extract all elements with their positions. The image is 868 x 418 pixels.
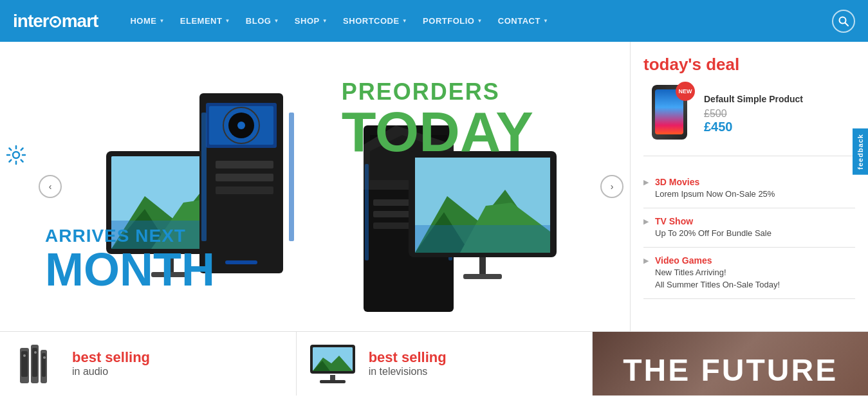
deal-list-item-3: ▶ Video Games New Titles Arriving!All Su… bbox=[643, 248, 855, 298]
audio-card-label: best selling bbox=[72, 350, 150, 365]
new-badge: new bbox=[676, 82, 695, 101]
svg-rect-22 bbox=[216, 186, 273, 194]
tv-icon bbox=[307, 341, 358, 386]
deal-product-image: new bbox=[643, 85, 695, 143]
svg-point-17 bbox=[237, 122, 245, 129]
svg-rect-21 bbox=[216, 174, 273, 181]
tv-product-image bbox=[307, 341, 358, 386]
nav-item-blog[interactable]: BLOG ▼ bbox=[239, 11, 286, 31]
chevron-down-icon: ▼ bbox=[543, 18, 548, 24]
svg-rect-20 bbox=[216, 161, 273, 168]
svg-rect-56 bbox=[330, 375, 335, 380]
bottom-section: best selling in audio best selling bbox=[0, 331, 868, 395]
slider-prev-button[interactable]: ‹ bbox=[39, 175, 62, 198]
search-button[interactable] bbox=[832, 10, 855, 33]
chevron-right-icon: ▶ bbox=[643, 178, 649, 200]
deal-list-item-1: ▶ 3D Movies Lorem Ipsum Now On-Sale 25% bbox=[643, 169, 855, 208]
bottom-card-audio-text: best selling in audio bbox=[72, 350, 150, 377]
deal-info: Default Simple Product £500 £450 bbox=[704, 94, 803, 134]
chevron-down-icon: ▼ bbox=[225, 18, 230, 24]
tv-card-label: best selling bbox=[369, 350, 447, 365]
chevron-down-icon: ▼ bbox=[273, 18, 279, 24]
logo[interactable]: intermart bbox=[13, 11, 98, 32]
deal-item-desc-2: Up To 20% Off For Bundle Sale bbox=[655, 228, 771, 239]
nav-item-portfolio[interactable]: PORTFOLIO ▼ bbox=[416, 11, 489, 31]
speakers-icon bbox=[10, 338, 62, 390]
right-sidebar: today's deal new Default Simple Product … bbox=[630, 42, 868, 331]
chevron-down-icon: ▼ bbox=[322, 18, 328, 24]
product-name: Default Simple Product bbox=[704, 94, 803, 104]
svg-line-1 bbox=[845, 23, 849, 26]
gear-icon[interactable] bbox=[6, 145, 26, 165]
nav-item-shortcode[interactable]: SHORTCODE ▼ bbox=[337, 11, 414, 31]
deal-item-title-1[interactable]: 3D Movies bbox=[655, 177, 775, 187]
main-nav: HOME ▼ ELEMENT ▼ BLOG ▼ SHOP ▼ SHORTCODE… bbox=[124, 11, 832, 31]
deal-product: new Default Simple Product £500 £450 bbox=[643, 85, 855, 156]
feedback-tab[interactable]: feedback bbox=[853, 129, 868, 175]
nav-item-element[interactable]: ELEMENT ▼ bbox=[174, 11, 237, 31]
sale-price: £450 bbox=[704, 120, 803, 134]
hero-text-left: ARRIVES NEXT MONTH bbox=[45, 226, 215, 293]
audio-product-image bbox=[10, 338, 62, 390]
chevron-right-icon: ▶ bbox=[643, 257, 649, 290]
audio-card-sublabel: in audio bbox=[72, 366, 150, 377]
svg-rect-18 bbox=[201, 113, 207, 241]
nav-item-home[interactable]: HOME ▼ bbox=[124, 11, 171, 31]
bottom-card-tv: best selling in televisions bbox=[297, 332, 593, 395]
deal-item-desc-1: Lorem Ipsum Now On-Sale 25% bbox=[655, 188, 775, 200]
chevron-down-icon: ▼ bbox=[159, 18, 164, 24]
svg-rect-47 bbox=[34, 351, 37, 354]
bottom-card-tv-text: best selling in televisions bbox=[369, 350, 447, 377]
nav-item-contact[interactable]: CONTACT ▼ bbox=[492, 11, 555, 31]
svg-point-2 bbox=[13, 152, 19, 158]
month-label: MONTH bbox=[45, 246, 215, 293]
search-icon bbox=[838, 16, 849, 26]
today-label: TODAY bbox=[342, 104, 533, 160]
svg-rect-57 bbox=[320, 380, 346, 383]
svg-rect-31 bbox=[365, 164, 369, 260]
bottom-card-audio: best selling in audio bbox=[0, 332, 297, 395]
svg-rect-50 bbox=[43, 356, 46, 359]
slider-next-button[interactable]: › bbox=[600, 175, 623, 198]
tv-card-sublabel: in televisions bbox=[369, 366, 447, 377]
logo-text-after: mart bbox=[62, 11, 98, 32]
deal-list-item-2: ▶ TV Show Up To 20% Off For Bundle Sale bbox=[643, 208, 855, 248]
header: intermart HOME ▼ ELEMENT ▼ BLOG ▼ SHOP ▼… bbox=[0, 0, 868, 42]
logo-icon bbox=[50, 16, 61, 28]
nav-item-shop[interactable]: SHOP ▼ bbox=[288, 11, 334, 31]
svg-rect-39 bbox=[415, 225, 550, 253]
chevron-right-icon: ▶ bbox=[643, 217, 649, 239]
svg-rect-41 bbox=[463, 274, 502, 279]
main-content: ‹ ARRIVES NEXT MONTH PREORDERS TODAY bbox=[0, 42, 868, 331]
future-text: THE FUTURE bbox=[623, 352, 838, 388]
future-card: THE FUTURE bbox=[593, 332, 868, 395]
svg-rect-40 bbox=[479, 257, 486, 275]
chevron-down-icon: ▼ bbox=[477, 18, 482, 24]
deal-item-desc-3: New Titles Arriving!All Summer Titles On… bbox=[655, 267, 780, 290]
hero-text-right: PREORDERS TODAY bbox=[342, 80, 533, 160]
sidebar-gear bbox=[0, 42, 32, 331]
deal-item-title-3[interactable]: Video Games bbox=[655, 255, 780, 266]
chevron-down-icon: ▼ bbox=[402, 18, 407, 24]
svg-rect-44 bbox=[23, 354, 26, 357]
logo-text-before: inter bbox=[13, 11, 49, 32]
svg-rect-19 bbox=[289, 113, 294, 241]
todays-deal-title: today's deal bbox=[643, 55, 855, 75]
hero-slider: ‹ ARRIVES NEXT MONTH PREORDERS TODAY bbox=[32, 42, 630, 331]
deal-item-title-2[interactable]: TV Show bbox=[655, 216, 771, 226]
svg-rect-23 bbox=[225, 260, 257, 264]
original-price: £500 bbox=[704, 108, 803, 120]
